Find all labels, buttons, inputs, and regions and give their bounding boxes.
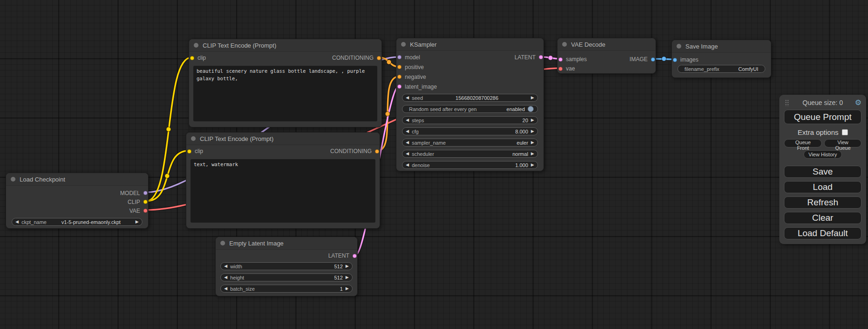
view-queue-button[interactable]: View Queue [824, 139, 861, 147]
link-midpoint-dot [165, 174, 169, 178]
link-midpoint-dot [662, 56, 666, 61]
increment-arrow-icon[interactable]: ▶ [531, 118, 534, 122]
increment-arrow-icon[interactable]: ▶ [135, 220, 139, 224]
widget-value: 8.000 [515, 129, 529, 134]
widget-value: 1 [340, 286, 343, 292]
decrement-arrow-icon[interactable]: ◀ [406, 163, 409, 167]
output-slot-model[interactable] [143, 191, 148, 195]
batch-size-widget[interactable]: ◀ batch_size 1 ▶ [220, 285, 353, 293]
output-slot-vae[interactable] [143, 209, 148, 213]
node-empty-latent-image[interactable]: Empty Latent Image LATENT ◀ width 512 ▶ … [215, 237, 358, 296]
sampler-name-widget[interactable]: ◀ sampler_name euler ▶ [402, 139, 538, 147]
node-header[interactable]: Empty Latent Image [216, 237, 357, 250]
prompt-textarea[interactable]: text, watermark [191, 159, 375, 223]
widget-label: seed [412, 95, 423, 101]
settings-gear-icon[interactable]: ⚙ [855, 98, 861, 108]
output-slot-clip[interactable] [143, 200, 148, 204]
ckpt-name-widget[interactable]: ◀ ckpt_name v1-5-pruned-emaonly.ckpt ▶ [12, 218, 142, 226]
output-slot-latent[interactable] [353, 254, 357, 258]
refresh-button[interactable]: Refresh [784, 196, 861, 209]
clear-button[interactable]: Clear [784, 212, 861, 224]
random-seed-toggle-widget[interactable]: Random seed after every gen enabled [402, 105, 538, 113]
increment-arrow-icon[interactable]: ▶ [346, 287, 349, 291]
collapse-dot-icon[interactable] [677, 44, 681, 49]
scheduler-widget[interactable]: ◀ scheduler normal ▶ [402, 150, 538, 158]
collapse-dot-icon[interactable] [11, 177, 15, 182]
node-header[interactable]: KSampler [396, 38, 543, 51]
drag-handle-icon[interactable] [785, 99, 789, 106]
node-header[interactable]: CLIP Text Encode (Prompt) [189, 39, 381, 52]
node-load-checkpoint[interactable]: Load Checkpoint MODEL CLIP VAE ◀ ckpt_na… [6, 173, 148, 229]
node-header[interactable]: CLIP Text Encode (Prompt) [186, 133, 380, 145]
decrement-arrow-icon[interactable]: ◀ [15, 220, 19, 224]
node-clip-text-encode-positive[interactable]: CLIP Text Encode (Prompt) clip CONDITION… [189, 39, 382, 127]
decrement-arrow-icon[interactable]: ◀ [224, 264, 227, 268]
queue-front-button[interactable]: Queue Front [784, 139, 822, 147]
node-header[interactable]: VAE Decode [557, 38, 656, 51]
increment-arrow-icon[interactable]: ▶ [531, 129, 534, 133]
node-header[interactable]: Load Checkpoint [6, 173, 148, 186]
input-slot-positive[interactable] [397, 65, 402, 69]
increment-arrow-icon[interactable]: ▶ [531, 140, 534, 145]
input-slot-clip[interactable] [187, 149, 191, 154]
seed-widget[interactable]: ◀ seed 156680208700286 ▶ [402, 94, 538, 102]
input-slot-clip[interactable] [190, 56, 194, 60]
input-slot-latent-image[interactable] [397, 84, 402, 89]
output-slot-conditioning[interactable] [375, 149, 379, 154]
input-slot-model[interactable] [397, 55, 402, 59]
input-slot-images[interactable] [673, 58, 677, 62]
denoise-widget[interactable]: ◀ denoise 1.000 ▶ [402, 161, 538, 169]
widget-label: steps [412, 118, 424, 123]
input-label-clip: clip [195, 148, 203, 154]
increment-arrow-icon[interactable]: ▶ [346, 264, 349, 268]
widget-value: 512 [334, 264, 343, 269]
node-save-image[interactable]: Save Image images filename_prefix ComfyU… [671, 40, 771, 78]
collapse-dot-icon[interactable] [220, 241, 225, 245]
steps-widget[interactable]: ◀ steps 20 ▶ [402, 116, 538, 124]
collapse-dot-icon[interactable] [401, 42, 406, 47]
height-widget[interactable]: ◀ height 512 ▶ [220, 273, 353, 281]
load-default-button[interactable]: Load Default [784, 227, 861, 239]
extra-options-checkbox[interactable] [842, 129, 848, 135]
view-history-button[interactable]: View History [804, 150, 842, 159]
input-label-positive: positive [405, 64, 424, 70]
load-button[interactable]: Load [784, 181, 861, 193]
decrement-arrow-icon[interactable]: ◀ [406, 152, 409, 156]
input-slot-negative[interactable] [397, 75, 402, 79]
input-slot-samples[interactable] [558, 57, 563, 62]
toggle-dot-icon[interactable] [528, 106, 534, 112]
decrement-arrow-icon[interactable]: ◀ [406, 118, 409, 122]
increment-arrow-icon[interactable]: ▶ [531, 96, 534, 100]
output-slot-image[interactable] [651, 57, 655, 62]
collapse-dot-icon[interactable] [194, 43, 198, 48]
widget-label: height [230, 275, 244, 280]
widget-value: normal [512, 151, 528, 157]
increment-arrow-icon[interactable]: ▶ [531, 152, 534, 156]
collapse-dot-icon[interactable] [191, 136, 196, 141]
collapse-dot-icon[interactable] [562, 42, 567, 47]
output-slot-latent[interactable] [539, 55, 543, 59]
decrement-arrow-icon[interactable]: ◀ [406, 129, 409, 133]
graph-canvas[interactable]: Load Checkpoint MODEL CLIP VAE ◀ ckpt_na… [0, 0, 868, 329]
node-header[interactable]: Save Image [672, 40, 771, 53]
node-title: KSampler [410, 41, 437, 48]
queue-size-label: Queue size: 0 [803, 99, 843, 106]
node-vae-decode[interactable]: VAE Decode samples IMAGE vae [557, 38, 656, 74]
decrement-arrow-icon[interactable]: ◀ [224, 287, 227, 291]
increment-arrow-icon[interactable]: ▶ [346, 275, 349, 280]
output-slot-conditioning[interactable] [377, 56, 381, 60]
queue-prompt-button[interactable]: Queue Prompt [784, 110, 861, 124]
input-label-latent-image: latent_image [405, 84, 437, 90]
filename-prefix-widget[interactable]: filename_prefix ComfyUI [677, 65, 765, 73]
save-button[interactable]: Save [784, 166, 861, 178]
input-slot-vae[interactable] [558, 67, 563, 71]
decrement-arrow-icon[interactable]: ◀ [224, 275, 227, 280]
width-widget[interactable]: ◀ width 512 ▶ [220, 262, 353, 270]
cfg-widget[interactable]: ◀ cfg 8.000 ▶ [402, 127, 538, 135]
decrement-arrow-icon[interactable]: ◀ [406, 96, 409, 100]
node-ksampler[interactable]: KSampler model LATENT positive negative … [396, 38, 544, 171]
prompt-textarea[interactable]: beautiful scenery nature glass bottle la… [193, 66, 377, 121]
increment-arrow-icon[interactable]: ▶ [531, 163, 534, 167]
decrement-arrow-icon[interactable]: ◀ [406, 140, 409, 145]
node-clip-text-encode-negative[interactable]: CLIP Text Encode (Prompt) clip CONDITION… [186, 132, 380, 229]
